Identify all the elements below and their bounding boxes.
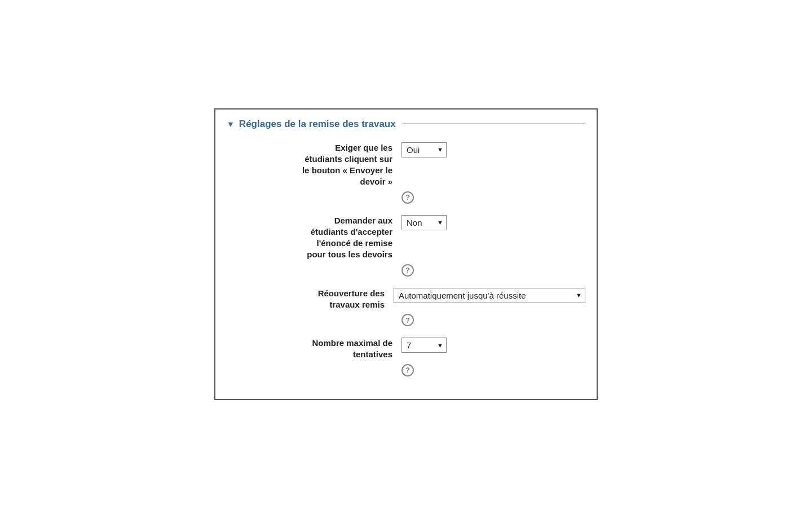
reopen-row: Réouverture destravaux remis Automatique… [227,286,585,311]
section-title: Réglages de la remise des travaux [239,119,396,130]
accept-statement-help-row: ? [227,264,585,277]
max-attempts-label: Nombre maximal detentatives [227,335,401,361]
accept-statement-help-icon[interactable]: ? [401,264,414,277]
reopen-control: Automatiquement jusqu'à réussite Manuell… [394,286,585,303]
submit-button-help-icon[interactable]: ? [401,191,414,204]
accept-statement-row: Demander auxétudiants d'accepterl'énoncé… [227,213,585,261]
reopen-label: Réouverture destravaux remis [227,286,394,311]
oui-select-wrapper: Oui Non [401,142,447,157]
reouverture-select[interactable]: Automatiquement jusqu'à réussite Manuell… [394,288,585,303]
submit-button-control: Oui Non [401,140,447,157]
submit-button-row: Exiger que lesétudiants cliquent surle b… [227,140,585,188]
reopen-help-row: ? [227,314,585,326]
page-wrapper: ▼ Réglages de la remise des travaux Exig… [0,0,812,508]
collapse-arrow-icon[interactable]: ▼ [227,120,235,129]
max-attempts-help-row: ? [227,364,585,376]
max-attempts-help-icon[interactable]: ? [401,364,414,376]
accept-statement-control: Non Oui [401,213,447,230]
section-box: ▼ Réglages de la remise des travaux Exig… [214,108,598,400]
nombre-select[interactable]: 1 2 3 4 5 6 7 8 9 10 [401,338,447,353]
submit-button-label: Exiger que lesétudiants cliquent surle b… [227,140,401,188]
max-attempts-row: Nombre maximal detentatives 1 2 3 4 5 6 … [227,335,585,361]
non-select-wrapper: Non Oui [401,215,447,230]
nombre-select-wrapper: 1 2 3 4 5 6 7 8 9 10 [401,338,447,353]
section-header: ▼ Réglages de la remise des travaux [227,119,585,130]
reopen-help-icon[interactable]: ? [401,314,414,326]
oui-select[interactable]: Oui Non [401,142,447,157]
accept-statement-label: Demander auxétudiants d'accepterl'énoncé… [227,213,401,261]
non-select[interactable]: Non Oui [401,215,447,230]
section-title-line [403,124,585,124]
reouverture-select-wrapper: Automatiquement jusqu'à réussite Manuell… [394,288,585,303]
submit-button-help-row: ? [227,191,585,204]
max-attempts-control: 1 2 3 4 5 6 7 8 9 10 [401,335,447,353]
